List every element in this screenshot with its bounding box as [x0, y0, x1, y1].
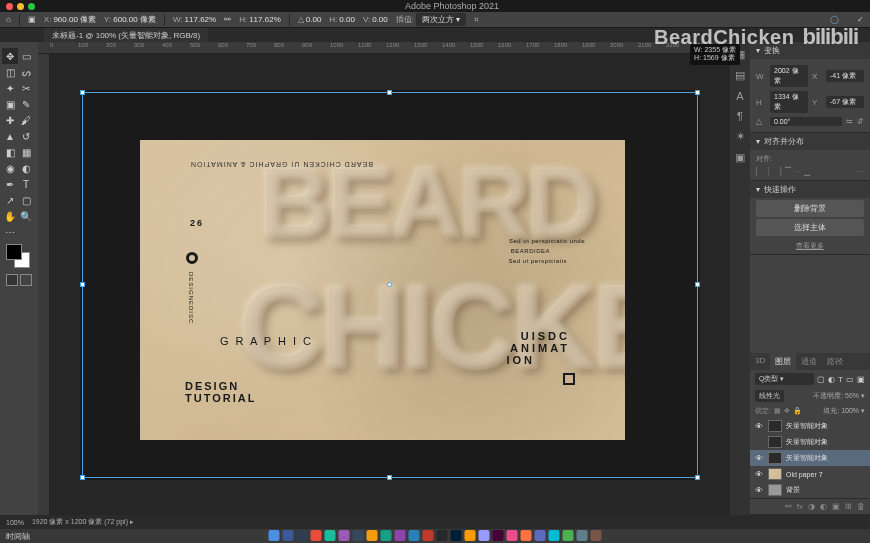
- transform-bounds[interactable]: [82, 92, 698, 478]
- handle-mr[interactable]: [695, 282, 700, 287]
- tab-路径[interactable]: 路径: [822, 353, 848, 370]
- minimize-window[interactable]: [17, 3, 24, 10]
- warp-icon[interactable]: ⌗: [474, 15, 479, 25]
- transform-w[interactable]: 117.62%: [185, 15, 217, 24]
- swatches-panel-icon[interactable]: ▤: [735, 69, 745, 82]
- transform-x[interactable]: 960.00 像素: [53, 14, 96, 25]
- hand-tool[interactable]: ✋: [2, 208, 18, 224]
- cancel-transform[interactable]: ◯: [830, 15, 839, 24]
- layer-row[interactable]: 👁矢量智能对象: [750, 418, 870, 434]
- char-panel-icon[interactable]: A: [736, 90, 743, 102]
- handle-center[interactable]: [387, 282, 392, 287]
- handle-bl[interactable]: [80, 475, 85, 480]
- dock-app[interactable]: [493, 530, 504, 541]
- tab-3D[interactable]: 3D: [750, 353, 770, 370]
- path-tool[interactable]: ↗: [2, 192, 18, 208]
- transform-y[interactable]: 600.00 像素: [113, 14, 156, 25]
- blend-mode-select[interactable]: 线性光: [755, 390, 784, 402]
- crop-tool[interactable]: ✂: [18, 80, 34, 96]
- group-icon[interactable]: ▣: [832, 502, 840, 511]
- fx-icon[interactable]: fx: [797, 502, 803, 511]
- new-layer-icon[interactable]: ⊞: [845, 502, 852, 511]
- select-subject-button[interactable]: 选择主体: [756, 219, 864, 236]
- artboard[interactable]: BEARD CHICKEN BEARD CHICKEN UI GRAPHIC &…: [80, 90, 700, 480]
- more-tool[interactable]: ⋯: [2, 224, 18, 240]
- dock-app[interactable]: [283, 530, 294, 541]
- move-tool[interactable]: ✥: [2, 48, 18, 64]
- wand-tool[interactable]: ✦: [2, 80, 18, 96]
- prop-w[interactable]: 2002 像素: [770, 65, 808, 87]
- flip-v-icon[interactable]: ⇵: [857, 117, 864, 126]
- lock-all-icon[interactable]: 🔒: [793, 407, 802, 415]
- close-window[interactable]: [6, 3, 13, 10]
- lasso-tool[interactable]: ᔕ: [18, 64, 34, 80]
- align-left-icon[interactable]: ▏: [756, 167, 762, 176]
- dock-app[interactable]: [269, 530, 280, 541]
- blur-tool[interactable]: ◉: [2, 160, 18, 176]
- dock-app[interactable]: [409, 530, 420, 541]
- remove-bg-button[interactable]: 删除背景: [756, 200, 864, 217]
- filter-type-icon[interactable]: T: [838, 375, 843, 384]
- handle-ml[interactable]: [80, 282, 85, 287]
- prop-h[interactable]: 1334 像素: [770, 91, 808, 113]
- layer-filter-select[interactable]: Q类型 ▾: [755, 373, 814, 385]
- eyedropper-tool[interactable]: ✎: [18, 96, 34, 112]
- lock-pixels-icon[interactable]: ▦: [774, 407, 781, 415]
- align-more-icon[interactable]: ⋯: [856, 167, 864, 176]
- gradient-tool[interactable]: ▦: [18, 144, 34, 160]
- flip-h-icon[interactable]: ⇋: [846, 117, 853, 126]
- prop-angle[interactable]: 0.00°: [770, 117, 842, 126]
- brush-tool[interactable]: 🖌: [18, 112, 34, 128]
- dock-app[interactable]: [437, 530, 448, 541]
- layer-row[interactable]: 👁矢量智能对象: [750, 450, 870, 466]
- chevron-down-icon[interactable]: ▾: [756, 185, 760, 194]
- interpolation-select[interactable]: 两次立方 ▾: [416, 13, 466, 26]
- align-vcenter-icon[interactable]: ┈: [795, 167, 800, 176]
- visibility-toggle[interactable]: 👁: [754, 470, 764, 479]
- document-tab[interactable]: 未标题-1 @ 100% (矢量智能对象, RGB/8): [44, 28, 208, 43]
- stamp-tool[interactable]: ▲: [2, 128, 18, 144]
- pen-tool[interactable]: ✒: [2, 176, 18, 192]
- dock-app[interactable]: [549, 530, 560, 541]
- transform-h[interactable]: 117.62%: [249, 15, 281, 24]
- para-panel-icon[interactable]: ¶: [737, 110, 743, 122]
- healing-tool[interactable]: ✚: [2, 112, 18, 128]
- transform-origin-icon[interactable]: ▣: [28, 15, 36, 24]
- quick-mask-toggle[interactable]: [6, 274, 32, 286]
- layer-row[interactable]: 👁Old paper 7: [750, 466, 870, 482]
- layer-row[interactable]: 👁背景: [750, 482, 870, 498]
- artboard-tool[interactable]: ▭: [18, 48, 34, 64]
- tab-图层[interactable]: 图层: [770, 353, 796, 370]
- dock-app[interactable]: [367, 530, 378, 541]
- dock-app[interactable]: [479, 530, 490, 541]
- chevron-down-icon[interactable]: ▾: [756, 137, 760, 146]
- dock-app[interactable]: [311, 530, 322, 541]
- align-hcenter-icon[interactable]: ┊: [766, 167, 771, 176]
- type-tool[interactable]: T: [18, 176, 34, 192]
- eraser-tool[interactable]: ◧: [2, 144, 18, 160]
- opacity-value[interactable]: 56% ▾: [845, 392, 865, 399]
- align-top-icon[interactable]: ▔: [785, 167, 791, 176]
- transform-angle[interactable]: 0.00: [306, 15, 322, 24]
- frame-tool[interactable]: ▣: [2, 96, 18, 112]
- doc-info[interactable]: 1920 像素 x 1200 像素 (72 ppi) ▸: [32, 517, 134, 527]
- dock-app[interactable]: [353, 530, 364, 541]
- fg-color[interactable]: [6, 244, 22, 260]
- fill-value[interactable]: 100% ▾: [841, 407, 865, 414]
- dock-app[interactable]: [591, 530, 602, 541]
- dock-app[interactable]: [381, 530, 392, 541]
- history-tool[interactable]: ↺: [18, 128, 34, 144]
- actions-panel-icon[interactable]: ✶: [736, 130, 745, 143]
- layer-row[interactable]: 矢量智能对象: [750, 434, 870, 450]
- dock-app[interactable]: [465, 530, 476, 541]
- marquee-tool[interactable]: ◫: [2, 64, 18, 80]
- dock-app[interactable]: [297, 530, 308, 541]
- adjustment-icon[interactable]: ◐: [820, 502, 827, 511]
- skew-h[interactable]: 0.00: [339, 15, 355, 24]
- prop-x[interactable]: -41 像素: [826, 70, 864, 82]
- link-layers-icon[interactable]: ⚯: [785, 502, 792, 511]
- visibility-toggle[interactable]: 👁: [754, 454, 764, 463]
- align-bottom-icon[interactable]: ▁: [804, 167, 810, 176]
- link-wh-icon[interactable]: ⚯: [224, 15, 231, 24]
- filter-image-icon[interactable]: ▢: [817, 375, 825, 384]
